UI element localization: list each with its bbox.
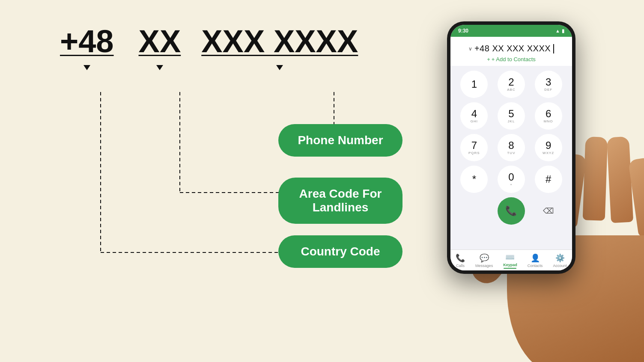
nav-keypad-label: Keypad [503,263,517,267]
country-code-text: +48 [60,26,114,57]
delete-button[interactable]: ⌫ [535,197,562,225]
key-empty-left [460,197,488,225]
status-icons: ▲ ▮ [555,28,564,34]
text-cursor [553,44,554,53]
arrow-country-code [83,65,90,70]
arrow-phone-number [276,65,283,70]
phone-wrapper: 9:30 ▲ ▮ ∨ +48 XX XXX XXXX + + Add to Co… [426,9,644,359]
nav-contacts[interactable]: 👤 Contacts [528,253,543,268]
phone-number-label: Phone Number [278,124,402,157]
finger-2 [607,136,633,223]
keypad-grid: 1 2 ABC 3 DEF 4 GHI [456,69,566,226]
country-code-label: Country Code [278,235,402,268]
status-time: 9:30 [458,28,468,34]
arrow-area-code [156,65,163,70]
add-to-contacts-btn[interactable]: + + Add to Contacts [455,56,568,62]
key-4[interactable]: 4 GHI [460,102,488,130]
keypad-icon: ⌨️ [505,252,515,262]
contacts-icon: 👤 [531,253,540,263]
call-icon: 📞 [505,205,517,217]
key-5[interactable]: 5 JKL [498,102,525,130]
key-9[interactable]: 9 WXYZ [535,134,562,161]
dialer-display: ∨ +48 XX XXX XXXX + + Add to Contacts [450,37,572,66]
phone-frame: 9:30 ▲ ▮ ∨ +48 XX XXX XXXX + + Add to Co… [447,21,575,274]
connector-lines-svg [34,26,407,325]
nav-messages[interactable]: 💬 Messages [475,253,493,268]
account-icon: ⚙️ [555,253,565,263]
battery-icon: ▮ [562,28,564,34]
messages-icon: 💬 [480,253,489,263]
key-hash[interactable]: # [535,166,562,193]
add-contact-label: + Add to Contacts [492,56,536,62]
area-code-label: Area Code For Landlines [278,178,402,224]
status-bar: 9:30 ▲ ▮ [450,25,572,37]
diagram-area: +48 XX XXX XXXX Phone Number Area Code F… [34,26,407,325]
phone-number-text: XXX XXXX [201,26,358,57]
signal-icon: ▲ [555,28,560,33]
key-3[interactable]: 3 DEF [535,71,562,98]
key-6[interactable]: 6 MNO [535,102,562,130]
nav-calls-label: Calls [456,264,465,268]
dialer-number-text: +48 XX XXX XXXX [474,44,551,53]
bottom-nav: 📞 Calls 💬 Messages ⌨️ Keypad 👤 Contacts [450,249,572,270]
phone-parts-row: +48 XX XXX XXXX [60,26,358,57]
nav-calls[interactable]: 📞 Calls [456,253,465,268]
nav-messages-label: Messages [475,264,493,268]
key-0[interactable]: 0 + [498,166,525,193]
key-2[interactable]: 2 ABC [498,71,525,98]
phone-screen: 9:30 ▲ ▮ ∨ +48 XX XXX XXXX + + Add to Co… [450,25,572,270]
nav-contacts-label: Contacts [528,264,543,268]
nav-account-label: Account [553,264,567,268]
finger-3 [583,136,608,221]
calls-icon: 📞 [456,253,465,263]
call-button[interactable]: 📞 [498,197,525,225]
key-star[interactable]: * [460,166,488,193]
key-1[interactable]: 1 [460,71,488,98]
nav-keypad[interactable]: ⌨️ Keypad [503,252,517,269]
chevron-down-icon[interactable]: ∨ [468,46,473,52]
plus-icon: + [487,56,490,62]
active-indicator [504,268,516,269]
delete-icon: ⌫ [543,206,554,216]
phone-number-display-row: ∨ +48 XX XXX XXXX [455,44,568,53]
keypad: 1 2 ABC 3 DEF 4 GHI [450,66,572,228]
nav-account[interactable]: ⚙️ Account [553,253,567,268]
area-code-text: XX [139,26,181,57]
key-8[interactable]: 8 TUV [498,134,525,161]
key-7[interactable]: 7 PQRS [460,134,488,161]
